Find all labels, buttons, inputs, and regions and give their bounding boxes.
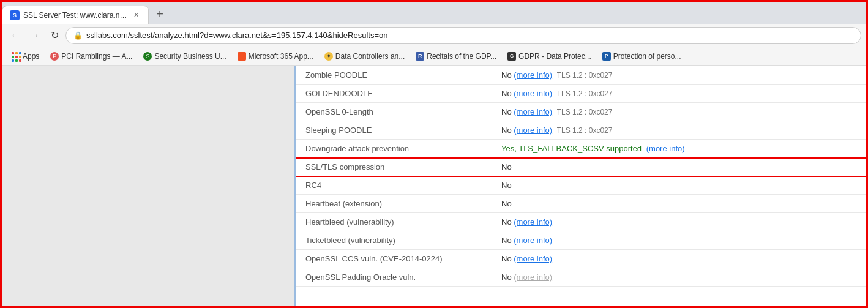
bookmark-protection-icon: P	[602, 52, 611, 61]
row-value: No	[492, 195, 866, 213]
row-value: No (more info)	[492, 250, 866, 268]
lock-icon: 🔒	[73, 31, 83, 40]
positive-value: Yes, TLS_FALLBACK_SCSV supported	[501, 144, 642, 153]
right-panel: Zombie POODLE No (more info) TLS 1.2 : 0…	[296, 66, 866, 308]
bookmark-recitals[interactable]: R Recitals of the GDP...	[411, 51, 501, 62]
bookmark-data-controllers-icon: ✦	[324, 52, 333, 61]
bookmark-pci-label: PCI Ramblings — A...	[61, 52, 132, 61]
bookmark-data-controllers[interactable]: ✦ Data Controllers an...	[320, 51, 410, 62]
bookmark-protection-label: Protection of perso...	[613, 52, 681, 61]
back-button[interactable]: ←	[7, 27, 24, 44]
row-value: No (more info) TLS 1.2 : 0xc027	[492, 103, 866, 121]
bookmark-pci[interactable]: P PCI Ramblings — A...	[45, 51, 137, 62]
table-row-ticketbleed: Ticketbleed (vulnerability) No (more inf…	[296, 231, 866, 250]
row-value: No (more info) TLS 1.2 : 0xc027	[492, 85, 866, 103]
left-panel	[2, 66, 296, 308]
bookmark-gdpr[interactable]: G GDPR - Data Protec...	[503, 51, 596, 62]
bookmark-apps[interactable]: Apps	[7, 51, 44, 62]
bookmark-microsoft-label: Microsoft 365 App...	[249, 52, 313, 61]
bookmark-data-controllers-label: Data Controllers an...	[335, 52, 405, 61]
tab-title: SSL Server Test: www.clara.net (P...	[23, 11, 127, 20]
row-label: Heartbleed (vulnerability)	[296, 213, 492, 231]
table-row-openssl-ccs: OpenSSL CCS vuln. (CVE-2014-0224) No (mo…	[296, 250, 866, 268]
row-label: Ticketbleed (vulnerability)	[296, 231, 492, 250]
more-info-link[interactable]: (more info)	[514, 236, 552, 245]
more-info-link[interactable]: (more info)	[514, 217, 552, 227]
bookmark-security-icon: S	[143, 52, 152, 61]
results-table: Zombie POODLE No (more info) TLS 1.2 : 0…	[296, 66, 866, 287]
address-bar[interactable]: 🔒 ssllabs.com/ssltest/analyze.html?d=www…	[65, 27, 861, 44]
bookmark-security[interactable]: S Security Business U...	[138, 51, 231, 62]
more-info-link[interactable]: (more info)	[646, 144, 685, 153]
apps-icon	[12, 52, 20, 61]
table-row: Sleeping POODLE No (more info) TLS 1.2 :…	[296, 121, 866, 140]
bookmark-pci-icon: P	[50, 52, 59, 61]
row-value: No	[492, 158, 866, 176]
more-info-link[interactable]: (more info)	[514, 126, 552, 135]
row-value: No (more info)	[492, 213, 866, 231]
row-value: No (more info)	[492, 231, 866, 250]
table-row-rc4: RC4 No	[296, 176, 866, 195]
row-label: SSL/TLS compression	[296, 158, 492, 176]
row-label: Sleeping POODLE	[296, 121, 492, 140]
more-info-link[interactable]: (more info)	[514, 272, 552, 282]
bookmark-protection[interactable]: P Protection of perso...	[597, 51, 686, 62]
bookmark-apps-label: Apps	[23, 52, 39, 61]
table-row-heartbleed: Heartbleed (vulnerability) No (more info…	[296, 213, 866, 231]
tls-info: TLS 1.2 : 0xc027	[557, 126, 613, 135]
row-value: No (more info) TLS 1.2 : 0xc027	[492, 121, 866, 140]
page-content: Zombie POODLE No (more info) TLS 1.2 : 0…	[2, 66, 866, 308]
new-tab-button[interactable]: +	[151, 6, 168, 23]
row-value: Yes, TLS_FALLBACK_SCSV supported (more i…	[492, 140, 866, 158]
bookmark-recitals-label: Recitals of the GDP...	[427, 52, 496, 61]
more-info-link[interactable]: (more info)	[514, 254, 552, 263]
bookmarks-bar: Apps P PCI Ramblings — A... S Security B…	[2, 47, 866, 66]
row-label: Downgrade attack prevention	[296, 140, 492, 158]
tab-close-button[interactable]: ✕	[131, 10, 141, 20]
table-row: OpenSSL 0-Length No (more info) TLS 1.2 …	[296, 103, 866, 121]
table-row-downgrade: Downgrade attack prevention Yes, TLS_FAL…	[296, 140, 866, 158]
tab-favicon: S	[10, 10, 20, 20]
row-label: GOLDENDOODLE	[296, 85, 492, 103]
bookmark-recitals-icon: R	[416, 52, 424, 61]
browser-chrome: S SSL Server Test: www.clara.net (P... ✕…	[2, 2, 866, 66]
row-label: OpenSSL Padding Oracle vuln.	[296, 268, 492, 287]
bookmark-microsoft[interactable]: Microsoft 365 App...	[233, 51, 318, 62]
row-label: Zombie POODLE	[296, 66, 492, 85]
active-tab[interactable]: S SSL Server Test: www.clara.net (P... ✕	[2, 6, 149, 24]
bookmark-security-label: Security Business U...	[154, 52, 226, 61]
tls-info: TLS 1.2 : 0xc027	[557, 71, 613, 80]
table-row: GOLDENDOODLE No (more info) TLS 1.2 : 0x…	[296, 85, 866, 103]
reload-button[interactable]: ↻	[46, 27, 63, 44]
bookmark-gdpr-label: GDPR - Data Protec...	[518, 52, 591, 61]
more-info-link[interactable]: (more info)	[514, 70, 552, 80]
forward-button[interactable]: →	[26, 27, 43, 44]
table-row-heartbeat: Heartbeat (extension) No	[296, 195, 866, 213]
nav-bar: ← → ↻ 🔒 ssllabs.com/ssltest/analyze.html…	[2, 24, 866, 47]
table-row-openssl-padding: OpenSSL Padding Oracle vuln. No (more in…	[296, 268, 866, 287]
url-text: ssllabs.com/ssltest/analyze.html?d=www.c…	[86, 31, 853, 40]
more-info-link[interactable]: (more info)	[514, 107, 552, 116]
tls-info: TLS 1.2 : 0xc027	[557, 108, 613, 116]
table-row-ssl-tls-compression: SSL/TLS compression No	[296, 158, 866, 176]
row-label: Heartbeat (extension)	[296, 195, 492, 213]
row-label: OpenSSL CCS vuln. (CVE-2014-0224)	[296, 250, 492, 268]
row-value: No (more info)	[492, 268, 866, 287]
row-label: OpenSSL 0-Length	[296, 103, 492, 121]
tls-info: TLS 1.2 : 0xc027	[557, 89, 613, 98]
tab-bar: S SSL Server Test: www.clara.net (P... ✕…	[2, 2, 866, 24]
row-label: RC4	[296, 176, 492, 195]
bookmark-gdpr-icon: G	[507, 52, 516, 61]
bookmark-microsoft-icon	[238, 52, 246, 61]
row-value: No (more info) TLS 1.2 : 0xc027	[492, 66, 866, 85]
more-info-link[interactable]: (more info)	[514, 89, 552, 98]
row-value: No	[492, 176, 866, 195]
table-row: Zombie POODLE No (more info) TLS 1.2 : 0…	[296, 66, 866, 85]
